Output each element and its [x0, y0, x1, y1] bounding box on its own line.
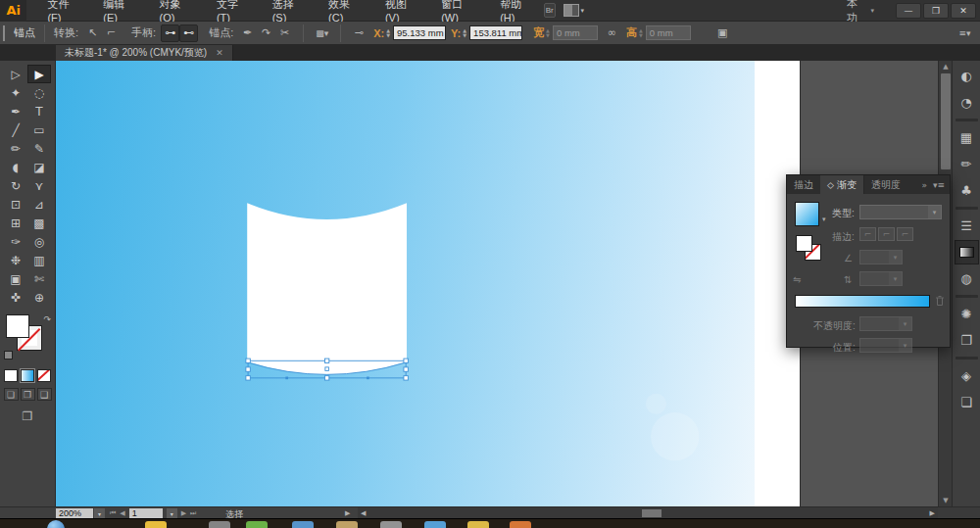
default-fill-stroke-icon[interactable]: [4, 351, 13, 360]
hand-tool[interactable]: ✜: [4, 288, 27, 307]
stroke-panel-icon[interactable]: ☰: [955, 214, 979, 238]
bubble-shape[interactable]: [651, 412, 699, 460]
prev-artboard-icon[interactable]: ◀: [120, 509, 124, 517]
white-flag-shape[interactable]: [247, 203, 407, 374]
horizontal-scroll-handle[interactable]: [642, 509, 662, 517]
blob-brush-tool[interactable]: ◖: [4, 158, 27, 176]
perspective-grid-tool[interactable]: ⊿: [27, 195, 51, 214]
panel-grip[interactable]: [3, 25, 6, 41]
zoom-tool[interactable]: ⊕: [27, 288, 51, 307]
swatches-panel-icon[interactable]: ▦: [955, 125, 979, 150]
start-button[interactable]: [47, 520, 65, 528]
rotate-tool[interactable]: ↻: [4, 176, 27, 195]
gradient-type-select[interactable]: ▾: [859, 205, 942, 219]
document-tab[interactable]: 未标题-1* @ 200% (CMYK/预览) ✕: [56, 45, 233, 61]
gradient-panel-icon[interactable]: [955, 240, 979, 264]
menu-item-8[interactable]: 帮助(H): [487, 0, 544, 22]
screen-mode-icon[interactable]: ❐: [18, 408, 37, 423]
arrange-documents-icon[interactable]: ▾: [564, 4, 585, 17]
gradient-panel-tab-1[interactable]: ⬦渐变: [820, 175, 864, 194]
graphic-styles-panel-icon[interactable]: ❐: [955, 328, 979, 353]
appearance-panel-icon[interactable]: ✺: [955, 302, 979, 326]
restore-button[interactable]: ❐: [923, 3, 949, 19]
selection-center-point[interactable]: [325, 367, 329, 371]
scroll-left-icon[interactable]: ◀: [361, 509, 366, 517]
direct-selection-tool[interactable]: ▷: [4, 65, 27, 83]
artboards-panel-icon[interactable]: ❏: [955, 390, 979, 414]
selection-handle[interactable]: [324, 359, 328, 362]
taskbar-app-6[interactable]: [380, 521, 402, 528]
paintbrush-tool[interactable]: ✏: [4, 139, 27, 158]
first-artboard-icon[interactable]: ⏮: [110, 509, 116, 517]
width-tool[interactable]: ⋎: [27, 176, 51, 195]
slice-tool[interactable]: ✄: [27, 269, 51, 288]
scroll-down-icon[interactable]: ▼: [939, 495, 953, 506]
eyedropper-tool[interactable]: ✑: [4, 232, 27, 251]
color-button[interactable]: [4, 369, 18, 382]
taskbar-app-2[interactable]: [209, 521, 230, 528]
selection-handle[interactable]: [404, 376, 408, 380]
drawing-mode-icon-1[interactable]: ❐: [21, 388, 35, 401]
pen-tool[interactable]: ✒: [4, 102, 27, 120]
selection-tool[interactable]: ▶: [27, 65, 51, 83]
selection-handle[interactable]: [404, 359, 408, 362]
gradient-panel-tab-2[interactable]: 透明度: [864, 175, 907, 194]
gradient-preset-arrow-icon[interactable]: ▾: [822, 216, 826, 223]
vertical-scroll-handle[interactable]: [941, 73, 951, 169]
x-input[interactable]: 95.133 mm: [393, 25, 446, 40]
gradient-button[interactable]: [21, 369, 34, 382]
selection-handle[interactable]: [246, 359, 250, 362]
menu-item-1[interactable]: 编辑(E): [90, 0, 146, 22]
symbol-sprayer-tool[interactable]: ❉: [4, 251, 27, 269]
transparency-panel-icon[interactable]: ◍: [955, 266, 979, 291]
pencil-tool[interactable]: ✎: [27, 139, 51, 158]
collapse-panel-icon[interactable]: »: [921, 180, 927, 190]
scroll-up-icon[interactable]: ▲: [939, 61, 953, 72]
close-button[interactable]: ✕: [951, 3, 976, 19]
last-artboard-icon[interactable]: ⏭: [190, 509, 196, 517]
gradient-slider[interactable]: [795, 295, 930, 308]
bridge-icon[interactable]: Br: [544, 3, 556, 18]
gradient-fill-swatch[interactable]: [796, 235, 812, 252]
horizontal-scrollbar[interactable]: ◀ ▶: [358, 506, 938, 518]
drawing-mode-icon-0[interactable]: ❏: [4, 388, 19, 401]
column-graph-tool[interactable]: ▥: [27, 251, 51, 269]
panel-menu-icon[interactable]: ▾≡: [933, 180, 945, 190]
convert-to-smooth-icon[interactable]: ⌐: [102, 24, 121, 42]
anchor-point[interactable]: [285, 377, 288, 380]
brushes-panel-icon[interactable]: ✏: [955, 152, 979, 176]
selection-handle[interactable]: [324, 376, 328, 380]
zoom-dropdown-icon[interactable]: ▾: [94, 508, 105, 518]
y-input[interactable]: 153.811 mm: [469, 25, 522, 40]
drawing-mode-icon-2[interactable]: ❑: [37, 388, 52, 401]
blend-tool[interactable]: ◎: [27, 232, 51, 251]
menu-item-2[interactable]: 对象(O): [147, 0, 204, 22]
fill-swatch[interactable]: [6, 314, 29, 338]
artboard-dropdown-icon[interactable]: ▾: [167, 508, 177, 518]
color-panel-icon[interactable]: ◐: [955, 64, 979, 88]
free-transform-tool[interactable]: ⊡: [4, 195, 27, 214]
swap-fill-stroke-icon[interactable]: ↷: [43, 314, 51, 324]
rectangle-tool[interactable]: ▭: [27, 120, 51, 139]
color-guide-panel-icon[interactable]: ◔: [955, 90, 979, 115]
constrain-proportions-icon[interactable]: ∞: [603, 24, 621, 42]
magic-wand-tool[interactable]: ✦: [4, 83, 27, 102]
selection-handle[interactable]: [246, 376, 250, 380]
lasso-tool[interactable]: ◌: [27, 83, 51, 102]
taskbar-app-3[interactable]: [246, 521, 268, 528]
y-stepper[interactable]: ▲▼: [463, 28, 466, 38]
zoom-level-field[interactable]: 200%: [56, 508, 93, 518]
layers-panel-icon[interactable]: ◈: [955, 363, 979, 388]
scroll-right-icon[interactable]: ▶: [930, 509, 935, 517]
remove-anchor-icon[interactable]: ✒: [238, 24, 257, 42]
menu-item-4[interactable]: 选择(S): [260, 0, 316, 22]
gradient-tool[interactable]: ▩: [27, 214, 51, 232]
selection-handle[interactable]: [404, 367, 408, 371]
control-panel-menu-icon[interactable]: ≡▾: [956, 24, 974, 42]
align-dropdown-icon[interactable]: ▩▾: [313, 24, 331, 42]
connect-path-icon[interactable]: ↷: [257, 24, 275, 42]
mesh-tool[interactable]: ⊞: [4, 214, 27, 232]
eraser-tool[interactable]: ◪: [27, 158, 51, 176]
symbols-panel-icon[interactable]: ♣: [955, 178, 979, 203]
show-handles-icon[interactable]: ⊶: [161, 24, 179, 42]
